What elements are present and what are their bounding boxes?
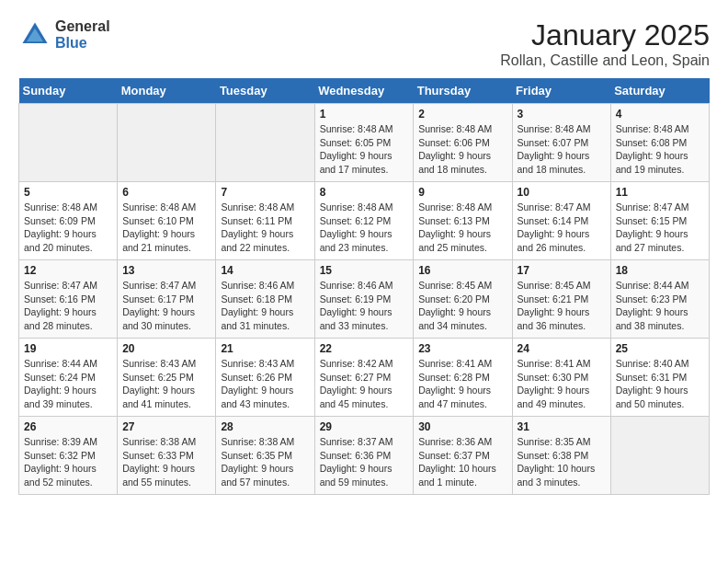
calendar-cell	[118, 104, 216, 182]
weekday-header: Tuesday	[216, 78, 314, 104]
calendar-cell: 18Sunrise: 8:44 AM Sunset: 6:23 PM Dayli…	[610, 260, 709, 339]
day-number: 5	[24, 186, 112, 199]
logo-icon	[18, 18, 51, 52]
calendar-cell: 5Sunrise: 8:48 AM Sunset: 6:09 PM Daylig…	[19, 182, 118, 260]
day-info: Sunrise: 8:44 AM Sunset: 6:24 PM Dayligh…	[24, 357, 112, 411]
day-info: Sunrise: 8:48 AM Sunset: 6:09 PM Dayligh…	[24, 201, 112, 255]
day-number: 14	[221, 264, 309, 277]
day-info: Sunrise: 8:40 AM Sunset: 6:31 PM Dayligh…	[616, 357, 704, 411]
day-number: 20	[122, 342, 210, 355]
calendar-cell: 17Sunrise: 8:45 AM Sunset: 6:21 PM Dayli…	[512, 260, 610, 339]
day-number: 27	[122, 420, 210, 433]
page-title: January 2025	[500, 18, 710, 52]
day-info: Sunrise: 8:43 AM Sunset: 6:25 PM Dayligh…	[122, 357, 210, 411]
day-info: Sunrise: 8:47 AM Sunset: 6:17 PM Dayligh…	[122, 279, 210, 333]
day-number: 9	[418, 186, 506, 199]
calendar-cell: 16Sunrise: 8:45 AM Sunset: 6:20 PM Dayli…	[414, 260, 512, 339]
day-number: 7	[221, 186, 309, 199]
weekday-header: Saturday	[610, 78, 709, 104]
day-number: 18	[616, 264, 704, 277]
weekday-header: Sunday	[19, 78, 118, 104]
day-number: 21	[221, 342, 309, 355]
day-info: Sunrise: 8:46 AM Sunset: 6:19 PM Dayligh…	[320, 279, 409, 333]
calendar-cell: 22Sunrise: 8:42 AM Sunset: 6:27 PM Dayli…	[314, 339, 414, 417]
day-number: 24	[518, 342, 606, 355]
day-info: Sunrise: 8:43 AM Sunset: 6:26 PM Dayligh…	[221, 357, 309, 411]
day-number: 30	[418, 420, 506, 433]
calendar-cell: 31Sunrise: 8:35 AM Sunset: 6:38 PM Dayli…	[512, 417, 610, 495]
calendar-week-row: 5Sunrise: 8:48 AM Sunset: 6:09 PM Daylig…	[19, 182, 710, 260]
day-info: Sunrise: 8:38 AM Sunset: 6:33 PM Dayligh…	[122, 435, 210, 489]
calendar-cell: 3Sunrise: 8:48 AM Sunset: 6:07 PM Daylig…	[512, 104, 610, 182]
day-info: Sunrise: 8:48 AM Sunset: 6:07 PM Dayligh…	[518, 122, 606, 177]
calendar-cell: 20Sunrise: 8:43 AM Sunset: 6:25 PM Dayli…	[118, 339, 216, 417]
calendar-cell: 9Sunrise: 8:48 AM Sunset: 6:13 PM Daylig…	[414, 182, 512, 260]
day-number: 15	[320, 264, 409, 277]
calendar-cell: 26Sunrise: 8:39 AM Sunset: 6:32 PM Dayli…	[19, 417, 118, 495]
calendar-cell	[19, 104, 118, 182]
calendar-cell: 27Sunrise: 8:38 AM Sunset: 6:33 PM Dayli…	[118, 417, 216, 495]
day-number: 26	[24, 420, 112, 433]
day-number: 6	[122, 186, 210, 199]
day-number: 10	[518, 186, 606, 199]
logo-blue-text: Blue	[55, 35, 110, 52]
day-info: Sunrise: 8:47 AM Sunset: 6:14 PM Dayligh…	[518, 201, 606, 255]
calendar-cell: 10Sunrise: 8:47 AM Sunset: 6:14 PM Dayli…	[512, 182, 610, 260]
calendar-cell: 25Sunrise: 8:40 AM Sunset: 6:31 PM Dayli…	[610, 339, 709, 417]
day-info: Sunrise: 8:48 AM Sunset: 6:05 PM Dayligh…	[320, 122, 409, 177]
calendar-cell: 19Sunrise: 8:44 AM Sunset: 6:24 PM Dayli…	[19, 339, 118, 417]
calendar-week-row: 12Sunrise: 8:47 AM Sunset: 6:16 PM Dayli…	[19, 260, 710, 339]
calendar-header-row: SundayMondayTuesdayWednesdayThursdayFrid…	[19, 78, 710, 104]
calendar-cell	[610, 417, 709, 495]
day-number: 12	[24, 264, 112, 277]
day-info: Sunrise: 8:41 AM Sunset: 6:30 PM Dayligh…	[518, 357, 606, 411]
day-number: 23	[418, 342, 506, 355]
calendar-cell: 12Sunrise: 8:47 AM Sunset: 6:16 PM Dayli…	[19, 260, 118, 339]
calendar-week-row: 1Sunrise: 8:48 AM Sunset: 6:05 PM Daylig…	[19, 104, 710, 182]
calendar-cell: 8Sunrise: 8:48 AM Sunset: 6:12 PM Daylig…	[314, 182, 414, 260]
day-info: Sunrise: 8:46 AM Sunset: 6:18 PM Dayligh…	[221, 279, 309, 333]
day-number: 22	[320, 342, 409, 355]
day-info: Sunrise: 8:48 AM Sunset: 6:13 PM Dayligh…	[418, 201, 506, 255]
day-number: 13	[122, 264, 210, 277]
calendar-cell: 1Sunrise: 8:48 AM Sunset: 6:05 PM Daylig…	[314, 104, 414, 182]
calendar-cell: 23Sunrise: 8:41 AM Sunset: 6:28 PM Dayli…	[414, 339, 512, 417]
day-number: 19	[24, 342, 112, 355]
calendar-week-row: 19Sunrise: 8:44 AM Sunset: 6:24 PM Dayli…	[19, 339, 710, 417]
day-number: 1	[320, 108, 409, 121]
day-info: Sunrise: 8:48 AM Sunset: 6:11 PM Dayligh…	[221, 201, 309, 255]
day-info: Sunrise: 8:36 AM Sunset: 6:37 PM Dayligh…	[418, 435, 506, 489]
calendar-table: SundayMondayTuesdayWednesdayThursdayFrid…	[18, 78, 710, 495]
day-number: 8	[320, 186, 409, 199]
day-number: 4	[616, 108, 704, 121]
logo-general-text: General	[55, 18, 110, 35]
day-number: 29	[320, 420, 409, 433]
weekday-header: Thursday	[414, 78, 512, 104]
day-info: Sunrise: 8:47 AM Sunset: 6:16 PM Dayligh…	[24, 279, 112, 333]
day-info: Sunrise: 8:39 AM Sunset: 6:32 PM Dayligh…	[24, 435, 112, 489]
logo: General Blue	[18, 18, 110, 52]
day-info: Sunrise: 8:48 AM Sunset: 6:12 PM Dayligh…	[320, 201, 409, 255]
calendar-cell: 6Sunrise: 8:48 AM Sunset: 6:10 PM Daylig…	[118, 182, 216, 260]
day-info: Sunrise: 8:48 AM Sunset: 6:06 PM Dayligh…	[418, 122, 506, 177]
day-number: 31	[518, 420, 606, 433]
day-info: Sunrise: 8:44 AM Sunset: 6:23 PM Dayligh…	[616, 279, 704, 333]
day-info: Sunrise: 8:42 AM Sunset: 6:27 PM Dayligh…	[320, 357, 409, 411]
day-info: Sunrise: 8:38 AM Sunset: 6:35 PM Dayligh…	[221, 435, 309, 489]
calendar-cell: 2Sunrise: 8:48 AM Sunset: 6:06 PM Daylig…	[414, 104, 512, 182]
day-info: Sunrise: 8:37 AM Sunset: 6:36 PM Dayligh…	[320, 435, 409, 489]
page-subtitle: Rollan, Castille and Leon, Spain	[500, 52, 710, 69]
calendar-cell: 24Sunrise: 8:41 AM Sunset: 6:30 PM Dayli…	[512, 339, 610, 417]
day-info: Sunrise: 8:35 AM Sunset: 6:38 PM Dayligh…	[518, 435, 606, 489]
day-info: Sunrise: 8:45 AM Sunset: 6:21 PM Dayligh…	[518, 279, 606, 333]
day-number: 16	[418, 264, 506, 277]
day-number: 3	[518, 108, 606, 121]
day-info: Sunrise: 8:41 AM Sunset: 6:28 PM Dayligh…	[418, 357, 506, 411]
weekday-header: Monday	[118, 78, 216, 104]
day-info: Sunrise: 8:48 AM Sunset: 6:10 PM Dayligh…	[122, 201, 210, 255]
calendar-cell	[216, 104, 314, 182]
day-info: Sunrise: 8:48 AM Sunset: 6:08 PM Dayligh…	[616, 122, 704, 177]
calendar-cell: 29Sunrise: 8:37 AM Sunset: 6:36 PM Dayli…	[314, 417, 414, 495]
calendar-cell: 14Sunrise: 8:46 AM Sunset: 6:18 PM Dayli…	[216, 260, 314, 339]
calendar-cell: 28Sunrise: 8:38 AM Sunset: 6:35 PM Dayli…	[216, 417, 314, 495]
